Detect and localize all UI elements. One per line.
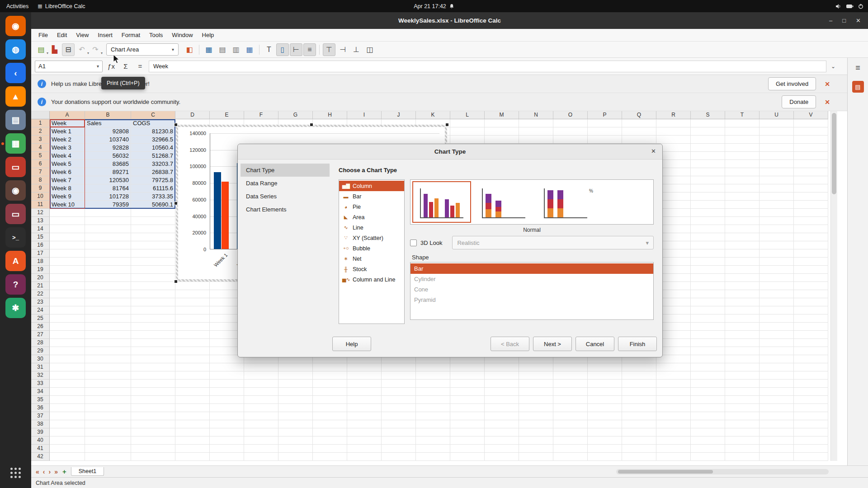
cell-A3[interactable]: Week 2 [50, 136, 85, 144]
cell-C34[interactable] [131, 388, 175, 396]
cell-I35[interactable] [347, 396, 382, 404]
cell-S25[interactable] [691, 314, 725, 323]
cell-B17[interactable] [85, 249, 131, 258]
shape-option-cylinder[interactable]: Cylinder [410, 274, 653, 284]
cell-U34[interactable] [760, 388, 794, 396]
3d-scheme-dropdown[interactable]: Realistic ▾ [452, 236, 654, 249]
cell-C3[interactable]: 32966.5 [131, 136, 175, 144]
cell-P35[interactable] [588, 396, 622, 404]
browser-icon[interactable]: ◍ [5, 39, 26, 60]
cell-U12[interactable] [760, 209, 794, 217]
cell-A33[interactable] [50, 380, 85, 388]
cell-A24[interactable] [50, 306, 85, 314]
3d-view-icon[interactable]: ◫ [363, 43, 376, 56]
horizontal-scrollbar[interactable] [616, 469, 829, 474]
row-header-27[interactable]: 27 [31, 331, 50, 339]
cell-H32[interactable] [313, 371, 347, 380]
cell-L35[interactable] [450, 396, 485, 404]
row-header-10[interactable]: 10 [31, 192, 50, 201]
cell-B28[interactable] [85, 339, 131, 347]
cell-Q38[interactable] [622, 420, 656, 428]
sum-icon[interactable]: Σ [120, 62, 132, 70]
battery-icon[interactable] [846, 4, 854, 9]
cell-A12[interactable] [50, 209, 85, 217]
cell-Q1[interactable] [622, 119, 656, 127]
firefox-icon[interactable]: ◉ [5, 16, 26, 36]
row-header-41[interactable]: 41 [31, 445, 50, 453]
cell-A14[interactable] [50, 225, 85, 233]
cell-P38[interactable] [588, 420, 622, 428]
cell-L39[interactable] [450, 428, 485, 436]
cell-T15[interactable] [725, 233, 760, 241]
cell-E31[interactable] [210, 363, 244, 371]
cell-P31[interactable] [588, 363, 622, 371]
cell-O41[interactable] [553, 445, 588, 453]
cell-B34[interactable] [85, 388, 131, 396]
cell-N42[interactable] [519, 453, 553, 461]
cell-C16[interactable] [131, 241, 175, 249]
cell-S41[interactable] [691, 445, 725, 453]
chart-type-net[interactable]: ∗Net [339, 253, 404, 264]
cell-M42[interactable] [485, 453, 519, 461]
chart-type-column[interactable]: ▅▇Column [339, 181, 404, 191]
chart-type-bubble[interactable]: ∘○Bubble [339, 243, 404, 253]
cell-C25[interactable] [131, 314, 175, 323]
cell-C14[interactable] [131, 225, 175, 233]
cell-B31[interactable] [85, 363, 131, 371]
row-header-31[interactable]: 31 [31, 363, 50, 371]
cell-D33[interactable] [175, 380, 210, 388]
cell-A32[interactable] [50, 371, 85, 380]
cell-A38[interactable] [50, 420, 85, 428]
cell-F42[interactable] [244, 453, 278, 461]
cell-M39[interactable] [485, 428, 519, 436]
cell-D25[interactable] [175, 314, 210, 323]
cell-B38[interactable] [85, 420, 131, 428]
cell-S3[interactable] [691, 136, 725, 144]
cell-J35[interactable] [382, 396, 416, 404]
cancel-button[interactable]: Cancel [576, 337, 614, 351]
stacked-subtype-icon[interactable] [474, 181, 533, 223]
cell-N35[interactable] [519, 396, 553, 404]
row-header-19[interactable]: 19 [31, 266, 50, 274]
cell-T20[interactable] [725, 274, 760, 282]
cell-S16[interactable] [691, 241, 725, 249]
cell-T13[interactable] [725, 217, 760, 225]
cell-K35[interactable] [416, 396, 450, 404]
cell-S40[interactable] [691, 436, 725, 445]
cell-P37[interactable] [588, 412, 622, 420]
cell-E35[interactable] [210, 396, 244, 404]
cell-U42[interactable] [760, 453, 794, 461]
cell-V34[interactable] [794, 388, 828, 396]
cell-A34[interactable] [50, 388, 85, 396]
cell-C11[interactable]: 50690.1 [131, 201, 175, 209]
cell-M2[interactable] [485, 127, 519, 136]
cell-L33[interactable] [450, 380, 485, 388]
cell-T42[interactable] [725, 453, 760, 461]
cell-Q42[interactable] [622, 453, 656, 461]
cell-U30[interactable] [760, 355, 794, 363]
shape-option-cone[interactable]: Cone [410, 284, 653, 295]
cell-V27[interactable] [794, 331, 828, 339]
cell-C15[interactable] [131, 233, 175, 241]
cell-T38[interactable] [725, 420, 760, 428]
cell-C32[interactable] [131, 371, 175, 380]
cell-P1[interactable] [588, 119, 622, 127]
get-involved-button[interactable]: Get involved [768, 77, 816, 90]
cell-B35[interactable] [85, 396, 131, 404]
cell-K40[interactable] [416, 436, 450, 445]
cell-S20[interactable] [691, 274, 725, 282]
cell-U18[interactable] [760, 258, 794, 266]
cell-T2[interactable] [725, 127, 760, 136]
chart-type-xy-scatter[interactable]: ∵XY (Scatter) [339, 233, 404, 243]
cell-J32[interactable] [382, 371, 416, 380]
cell-U19[interactable] [760, 266, 794, 274]
cell-A17[interactable] [50, 249, 85, 258]
cell-B26[interactable] [85, 323, 131, 331]
cell-M1[interactable] [485, 119, 519, 127]
cell-B22[interactable] [85, 290, 131, 298]
donate-button[interactable]: Donate [782, 95, 816, 108]
cell-C28[interactable] [131, 339, 175, 347]
cell-V38[interactable] [794, 420, 828, 428]
cell-A13[interactable] [50, 217, 85, 225]
format-selection-icon[interactable]: ◧ [183, 43, 196, 56]
